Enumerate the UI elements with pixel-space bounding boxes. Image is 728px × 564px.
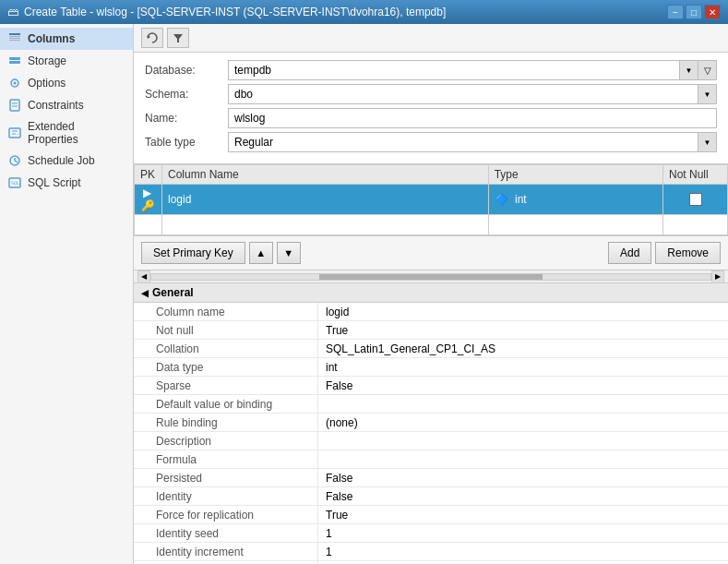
table-type-wrapper: ▼ <box>228 132 717 152</box>
table-type-dropdown-arrow[interactable]: ▼ <box>698 132 717 152</box>
schema-row: Schema: ▼ <box>145 84 717 104</box>
prop-row-identity-increment: Identity increment 1 <box>134 543 728 561</box>
prop-value-column-name: logid <box>318 303 728 320</box>
prop-name-force-replication: Force for replication <box>134 506 318 523</box>
prop-value-formula <box>318 450 728 468</box>
col-header-notnull: Not Null <box>663 165 728 185</box>
move-up-button[interactable]: ▲ <box>249 242 273 264</box>
svg-rect-5 <box>9 61 20 64</box>
prop-name-persisted: Persisted <box>134 469 318 486</box>
minimize-button[interactable]: − <box>667 5 684 19</box>
form-section: Database: tempdb ▼ ▽ Schema: ▼ Name: T <box>134 53 728 164</box>
name-row: Name: <box>145 108 717 128</box>
database-filter-icon[interactable]: ▽ <box>698 60 717 80</box>
schema-dropdown-arrow[interactable]: ▼ <box>698 84 717 104</box>
sql-icon: SQL <box>7 175 22 190</box>
maximize-button[interactable]: □ <box>686 5 702 19</box>
prop-row-description: Description <box>134 432 728 450</box>
col-type-cell[interactable]: 🔷 int <box>488 185 662 215</box>
prop-value-data-type: int <box>318 358 728 376</box>
prop-value-rule-binding: (none) <box>318 414 728 431</box>
properties-section-header: ◀ General <box>134 283 728 303</box>
sidebar-item-extended-properties[interactable]: + Extended Properties <box>0 116 133 150</box>
scroll-right-arrow[interactable]: ▶ <box>711 270 724 283</box>
prop-name-formula: Formula <box>134 450 318 468</box>
prop-name-default-value: Default value or binding <box>134 395 318 413</box>
main-container: Columns Storage Options <box>0 24 728 564</box>
svg-rect-1 <box>9 36 20 37</box>
svg-marker-20 <box>148 35 150 39</box>
scroll-track[interactable] <box>150 273 711 281</box>
prop-name-description: Description <box>134 432 318 450</box>
svg-marker-21 <box>173 34 183 42</box>
table-type-row: Table type ▼ <box>145 132 717 152</box>
sidebar-item-storage[interactable]: Storage <box>0 50 133 72</box>
add-button[interactable]: Add <box>608 242 651 264</box>
columns-table: PK Column Name Type Not Null ▶ 🔑 logid <box>134 164 728 235</box>
section-header-label: General <box>152 286 194 299</box>
refresh-button[interactable] <box>141 28 163 48</box>
scroll-left-arrow[interactable]: ◀ <box>137 270 150 283</box>
title-bar-controls: − □ ✕ <box>667 5 721 19</box>
prop-value-sparse: False <box>318 377 728 394</box>
prop-name-column-name: Column name <box>134 303 318 320</box>
sidebar-item-options[interactable]: Options <box>0 72 133 94</box>
move-down-button[interactable]: ▼ <box>277 242 301 264</box>
sidebar-item-schedule-job[interactable]: Schedule Job <box>0 150 133 172</box>
table-row[interactable]: ▶ 🔑 logid 🔷 int ✓ <box>135 185 728 215</box>
prop-value-identity: False <box>318 487 728 505</box>
collapse-icon[interactable]: ◀ <box>141 288 149 298</box>
filter-button[interactable] <box>167 28 189 48</box>
prop-row-column-name: Column name logid <box>134 303 728 321</box>
table-type-input[interactable] <box>228 132 698 152</box>
sidebar-item-constraints[interactable]: Constraints <box>0 94 133 116</box>
prop-value-collation: SQL_Latin1_General_CP1_CI_AS <box>318 340 728 357</box>
col-notnull-cell[interactable]: ✓ <box>663 185 728 215</box>
prop-name-rule-binding: Rule binding <box>134 414 318 431</box>
options-icon <box>7 76 22 90</box>
sidebar-item-columns[interactable]: Columns <box>0 28 133 50</box>
sidebar-item-sql-script[interactable]: SQL SQL Script <box>0 172 133 194</box>
prop-name-not-null: Not null <box>134 321 318 339</box>
horizontal-scrollbar[interactable]: ◀ ▶ <box>134 270 728 283</box>
prop-value-identity-seed: 1 <box>318 524 728 542</box>
sidebar-label-schedule: Schedule Job <box>28 154 95 167</box>
table-type-label: Table type <box>145 136 228 149</box>
columns-table-container: PK Column Name Type Not Null ▶ 🔑 logid <box>134 164 728 236</box>
col-header-type: Type <box>488 165 662 185</box>
remove-button[interactable]: Remove <box>655 242 721 264</box>
properties-panel: ◀ General Column name logid Not null Tru… <box>134 283 728 564</box>
close-button[interactable]: ✕ <box>704 5 721 19</box>
storage-icon <box>7 54 22 68</box>
type-icon: 🔷 <box>495 193 508 206</box>
type-value: int <box>515 193 527 206</box>
notnull-checkbox[interactable]: ✓ <box>689 193 702 206</box>
col-name-cell[interactable]: logid <box>162 185 489 215</box>
prop-row-formula: Formula <box>134 450 728 469</box>
sidebar-label-sql: SQL Script <box>28 176 81 189</box>
prop-value-description <box>318 432 728 450</box>
prop-value-not-null: True <box>318 321 728 339</box>
constraints-icon <box>7 98 22 113</box>
database-row: Database: tempdb ▼ ▽ <box>145 60 717 80</box>
prop-name-identity-increment: Identity increment <box>134 543 318 560</box>
set-primary-key-button[interactable]: Set Primary Key <box>141 242 245 264</box>
prop-name-sparse: Sparse <box>134 377 318 394</box>
name-input[interactable] <box>228 108 717 128</box>
database-wrapper: tempdb ▼ ▽ <box>228 60 717 80</box>
database-dropdown-arrow[interactable]: ▼ <box>680 60 698 80</box>
title-bar-left: 🗃 Create Table - wlslog - [SQL-SERVER-IN… <box>7 6 446 18</box>
svg-rect-0 <box>9 33 20 35</box>
prop-row-not-null: Not null True <box>134 321 728 340</box>
schema-input[interactable] <box>228 84 698 104</box>
scroll-thumb[interactable] <box>319 274 543 280</box>
svg-rect-8 <box>10 100 19 111</box>
prop-name-identity: Identity <box>134 487 318 505</box>
prop-value-force-replication: True <box>318 506 728 523</box>
database-label: Database: <box>145 64 228 77</box>
svg-text:+: + <box>17 131 19 136</box>
ext-props-icon: + <box>7 126 22 140</box>
database-input[interactable]: tempdb <box>228 60 680 80</box>
columns-icon <box>7 31 22 46</box>
prop-name-data-type: Data type <box>134 358 318 376</box>
